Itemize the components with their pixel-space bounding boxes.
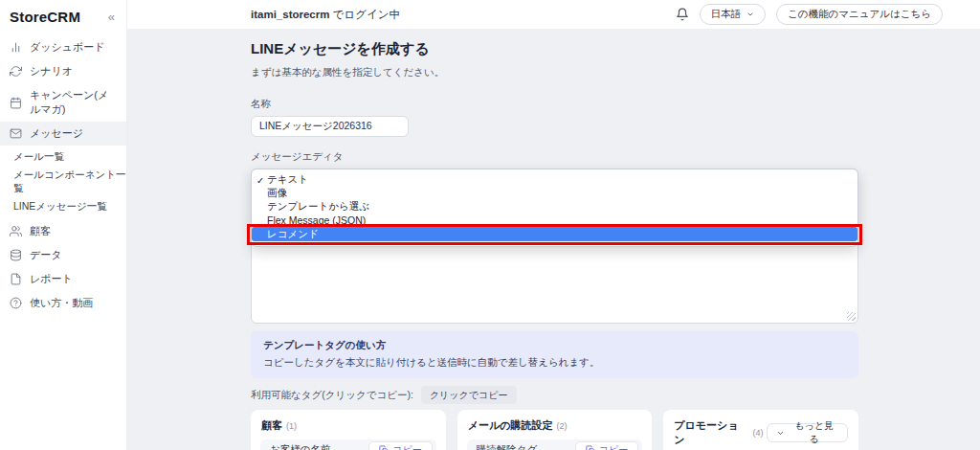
editor-label: メッセージエディタ xyxy=(251,150,858,164)
login-suffix: でログイン中 xyxy=(329,9,400,20)
topbar-right: 日本語 この機能のマニュアルはこちら xyxy=(676,4,943,25)
chevron-down-icon xyxy=(746,9,754,20)
sidebar-item-label: 顧客 xyxy=(30,224,51,238)
language-label: 日本語 xyxy=(711,8,742,21)
help-icon xyxy=(10,297,22,309)
manual-button[interactable]: この機能のマニュアルはこちら xyxy=(776,4,943,25)
dropdown-option-label: テンプレートから選ぶ xyxy=(267,200,369,214)
template-tag-info-box: テンプレートタグの使い方 コピーしたタグを本文に貼り付けると送信時に自動で差し替… xyxy=(251,331,858,378)
available-tags-line: 利用可能なタグ(クリックでコピー): クリックでコピー xyxy=(251,386,858,404)
chevron-down-icon xyxy=(776,429,785,438)
sidebar-item-label: シナリオ xyxy=(30,64,73,79)
sidebar-item-campaign[interactable]: キャンペーン(メルマガ) xyxy=(0,83,126,122)
app-logo: StoreCRM xyxy=(10,9,80,25)
sidebar-collapse-icon[interactable]: « xyxy=(108,11,115,23)
bell-icon[interactable] xyxy=(676,8,689,21)
dropdown-option-text[interactable]: ✓テキスト xyxy=(252,173,858,187)
dropdown-option-label: Flex Message (JSON) xyxy=(267,214,366,226)
dropdown-option-label: 画像 xyxy=(267,187,287,200)
tag-cards-grid: 顧客(1)お客様の名前コピーメールの購読設定(2)購読解除タグコピー購読解除リン… xyxy=(251,410,858,450)
check-icon: ✓ xyxy=(256,175,264,186)
tag-row: 購読解除タグコピー xyxy=(467,439,643,450)
card-title: プロモーション xyxy=(674,418,748,447)
show-more-label: もっと見る xyxy=(790,419,838,446)
tag-card-mail-subscription: メールの購読設定(2)購読解除タグコピー購読解除リンクコピー xyxy=(457,410,653,450)
sidebar-nav: ダッシュボードシナリオキャンペーン(メルマガ)メッセージメール一覧メールコンポー… xyxy=(0,35,126,315)
page-title: LINEメッセージを作成する xyxy=(251,40,858,58)
login-account: itami_storecrm xyxy=(251,9,329,20)
dropdown-option-template[interactable]: テンプレートから選ぶ xyxy=(252,200,858,214)
sidebar-subitem-1[interactable]: メールコンポーネント一覧 xyxy=(13,166,126,197)
card-header: プロモーション(4)もっと見る xyxy=(673,416,849,449)
card-count: (4) xyxy=(752,428,763,438)
resize-handle[interactable] xyxy=(847,312,856,321)
card-header: 顧客(1) xyxy=(260,416,436,435)
name-input[interactable] xyxy=(251,116,409,137)
card-count: (2) xyxy=(556,421,567,431)
dropdown-option-label: テキスト xyxy=(267,173,308,187)
sidebar-item-label: 使い方・動画 xyxy=(30,296,93,310)
main-area: LINEメッセージを作成する まずは基本的な属性を指定してください。 名称 メッ… xyxy=(127,30,980,450)
click-to-copy-badge: クリックでコピー xyxy=(421,386,517,404)
sidebar-subitem-0[interactable]: メール一覧 xyxy=(13,147,126,166)
sidebar-submenu: メール一覧メールコンポーネント一覧LINEメッセージ一覧 xyxy=(0,146,126,219)
mail-icon xyxy=(10,127,22,140)
scenario-icon xyxy=(10,65,22,78)
tag-name: お客様の名前 xyxy=(270,443,331,450)
card-header: メールの購読設定(2) xyxy=(467,416,643,435)
sidebar-item-scenario[interactable]: シナリオ xyxy=(0,59,126,83)
copy-button[interactable]: コピー xyxy=(575,441,638,450)
file-icon xyxy=(10,273,22,285)
copy-label: コピー xyxy=(392,443,421,450)
sidebar-item-label: レポート xyxy=(30,272,73,286)
card-title: メールの購読設定 xyxy=(468,418,553,433)
tag-row: お客様の名前コピー xyxy=(260,439,436,450)
sidebar-item-dashboard[interactable]: ダッシュボード xyxy=(0,35,126,59)
card-count: (1) xyxy=(286,421,297,431)
show-more-button[interactable]: もっと見る xyxy=(767,423,848,442)
tag-card-promotion: プロモーション(4)もっと見るクーポンリンクコピークーポンコードコピー xyxy=(663,410,858,450)
copy-button[interactable]: コピー xyxy=(368,441,432,450)
users-icon xyxy=(10,225,22,237)
sidebar-item-help[interactable]: 使い方・動画 xyxy=(0,291,126,315)
calendar-icon xyxy=(10,97,22,109)
sidebar-item-label: メッセージ xyxy=(30,126,83,141)
dashboard-icon xyxy=(10,41,22,54)
sidebar-item-label: データ xyxy=(30,248,62,262)
copy-icon xyxy=(379,445,389,450)
message-editor: ✓テキスト画像テンプレートから選ぶFlex Message (JSON)レコメン… xyxy=(251,169,858,324)
sidebar-subitem-2[interactable]: LINEメッセージ一覧 xyxy=(13,197,126,215)
editor-type-dropdown: ✓テキスト画像テンプレートから選ぶFlex Message (JSON)レコメン… xyxy=(251,169,858,247)
copy-icon xyxy=(586,445,595,450)
sidebar-item-message[interactable]: メッセージ xyxy=(0,122,126,146)
card-title: 顧客 xyxy=(261,418,282,433)
dropdown-option-recommend[interactable]: レコメンド xyxy=(252,227,858,241)
page-subtitle: まずは基本的な属性を指定してください。 xyxy=(251,66,858,79)
dropdown-option-flex-json[interactable]: Flex Message (JSON) xyxy=(252,214,858,227)
tag-name: 購読解除タグ xyxy=(477,443,538,450)
dropdown-option-image[interactable]: 画像 xyxy=(252,187,858,200)
sidebar: StoreCRM « ダッシュボードシナリオキャンペーン(メルマガ)メッセージメ… xyxy=(0,0,127,450)
sidebar-item-label: キャンペーン(メルマガ) xyxy=(30,88,117,117)
sidebar-item-data[interactable]: データ xyxy=(0,243,126,267)
info-box-title: テンプレートタグの使い方 xyxy=(263,339,846,352)
info-box-body: コピーしたタグを本文に貼り付けると送信時に自動で差し替えられます。 xyxy=(263,356,846,370)
topbar: itami_storecrm でログイン中 日本語 この機能のマニュアルはこちら xyxy=(127,0,980,30)
copy-label: コピー xyxy=(599,443,628,450)
database-icon xyxy=(10,249,22,261)
tag-card-customer: 顧客(1)お客様の名前コピー xyxy=(251,410,446,450)
sidebar-item-report[interactable]: レポート xyxy=(0,267,126,291)
name-label: 名称 xyxy=(251,98,858,111)
available-tags-label: 利用可能なタグ(クリックでコピー): xyxy=(251,389,413,402)
sidebar-item-customers[interactable]: 顧客 xyxy=(0,219,126,243)
dropdown-option-label: レコメンド xyxy=(267,228,319,241)
sidebar-item-label: ダッシュボード xyxy=(30,40,105,55)
login-status: itami_storecrm でログイン中 xyxy=(251,8,400,22)
logo-row: StoreCRM « xyxy=(0,0,126,32)
language-select[interactable]: 日本語 xyxy=(700,4,767,25)
